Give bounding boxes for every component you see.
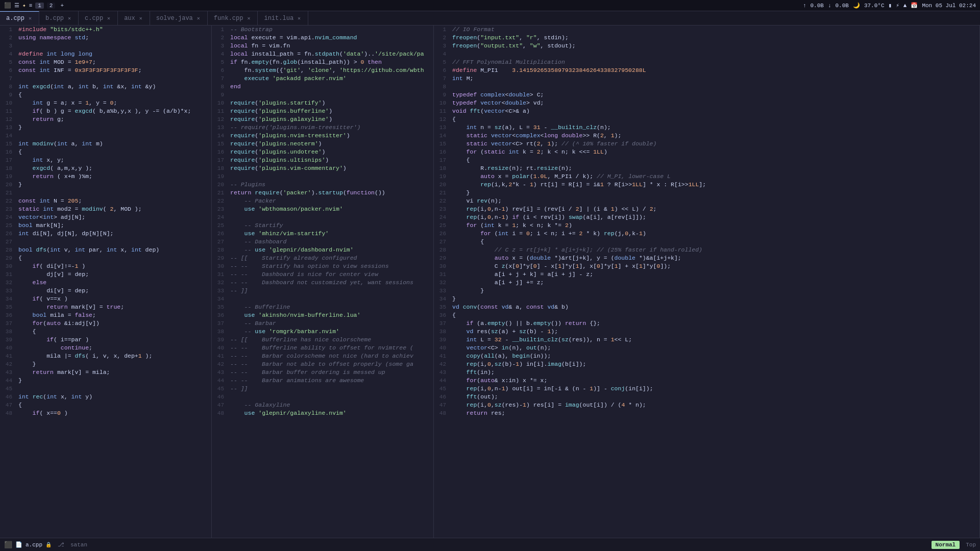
tab-aux-close[interactable]: ✕ <box>138 15 143 21</box>
tab-funk-cpp[interactable]: funk.cpp ✕ <box>208 11 258 25</box>
table-row: 20} <box>0 181 211 189</box>
table-row: 18require('plugins.vim-commentary') <box>212 164 433 172</box>
tab-init-lua[interactable]: init.lua ✕ <box>258 11 308 25</box>
tab-solve-java-label: solve.java <box>156 15 193 22</box>
tab-num-2[interactable]: 2 <box>47 3 56 9</box>
table-row: 43-- -- Barbar buffer ordering is messed… <box>212 368 433 377</box>
tab-a-cpp[interactable]: a.cpp ✕ <box>0 11 39 25</box>
network-out-icon: ↑ <box>803 3 806 9</box>
tab-a-cpp-close[interactable]: ✕ <box>28 15 33 21</box>
tab-init-lua-close[interactable]: ✕ <box>297 15 302 21</box>
table-row: 42-- -- Barbar not able to offset proper… <box>212 360 433 368</box>
panel-funk-cpp: 1// IO Format 2freopen("input.txt", "r",… <box>434 26 980 538</box>
table-row: 23 use 'wbthomason/packer.nvim' <box>212 205 433 213</box>
table-row: 47 rep(i,0,sz(res)-1) res[i] = imag(out[… <box>434 401 979 409</box>
topbar: ⬛ ☰ ✦ ≡ 1 2 + ↑ 0.0B ↓ 0.0B 🌙 37.0°C ▮ ⚡… <box>0 0 980 11</box>
new-tab-btn[interactable]: + <box>58 3 66 9</box>
table-row: 45 <box>0 385 211 393</box>
table-row: 22 vi rev(n); <box>434 197 979 205</box>
topbar-right: ↑ 0.0B ↓ 0.0B 🌙 37.0°C ▮ ⚡ ▲ 📅 Mon 05 Ju… <box>803 2 976 9</box>
menu-icon: ☰ <box>14 2 19 9</box>
table-row: 25 -- Startify <box>212 221 433 230</box>
table-row: 15int modinv(int a, int m) <box>0 140 211 148</box>
tab-b-cpp[interactable]: b.cpp ✕ <box>39 11 79 25</box>
table-row: 43 fft(in); <box>434 368 979 377</box>
table-row: 7 execute 'packadd packer.nvim' <box>212 74 433 83</box>
table-row: 1#include "bits/stdc++.h" <box>0 26 211 34</box>
table-row: 33 di[v] = dep; <box>0 287 211 295</box>
code-area-lua[interactable]: 1-- Bootstrap 2local execute = vim.api.n… <box>212 26 433 538</box>
table-row: 32-- -- Dashboard not customized yet, wa… <box>212 279 433 287</box>
table-row: 10typedef vector<double> vd; <box>434 99 979 107</box>
table-row: 19 <box>212 172 433 181</box>
table-row: 3freopen("output.txt", "w", stdout); <box>434 42 979 50</box>
table-row: 32 a[i + j] += z; <box>434 279 979 287</box>
tab-funk-cpp-close[interactable]: ✕ <box>246 15 251 21</box>
table-row: 15require('plugins.neoterm') <box>212 140 433 148</box>
table-row: 40 vector<C> in(n), out(n); <box>434 344 979 352</box>
table-row: 1// IO Format <box>434 26 979 34</box>
table-row: 28 // C z = rt[j+k] * a[i+j+k]; // (25% … <box>434 246 979 254</box>
table-row: 4#define int long long <box>0 50 211 58</box>
table-row: 25bool mark[N]; <box>0 221 211 230</box>
moon-icon: 🌙 <box>853 2 860 9</box>
tab-solve-java-close[interactable]: ✕ <box>196 15 201 21</box>
table-row: 39 if( i==par ) <box>0 336 211 344</box>
code-area-a-cpp[interactable]: 1#include "bits/stdc++.h" 2using namespa… <box>0 26 211 538</box>
table-row: 48 use 'glepnir/galaxyline.nvim' <box>212 409 433 417</box>
table-row: 21return require('packer').startup(funct… <box>212 189 433 197</box>
panel-lua: 1-- Bootstrap 2local execute = vim.api.n… <box>212 26 434 538</box>
table-row: 37 -- Barbar <box>212 319 433 328</box>
tab-aux[interactable]: aux ✕ <box>118 11 150 25</box>
table-row: 36{ <box>434 311 979 319</box>
tabbar: a.cpp ✕ b.cpp ✕ c.cpp ✕ aux ✕ solve.java… <box>0 11 980 26</box>
table-row: 17require('plugins.ultisnips') <box>212 156 433 164</box>
table-row: 17 { <box>434 156 979 164</box>
network-in-value: 0.0B <box>836 3 849 9</box>
table-row: 11 if( b ) g = exgcd( b,a%b,y,x ), y -= … <box>0 107 211 115</box>
tab-c-cpp-label: c.cpp <box>85 15 103 22</box>
table-row: 34 <box>212 295 433 303</box>
table-row: 20-- Plugins <box>212 181 433 189</box>
table-row: 46 fft(out); <box>434 393 979 401</box>
table-row: 41 copy(all(a), begin(in)); <box>434 352 979 360</box>
tab-b-cpp-close[interactable]: ✕ <box>67 15 72 21</box>
battery-icon2: ⚡ <box>896 2 899 9</box>
tab-a-cpp-label: a.cpp <box>6 15 24 22</box>
table-row: 5if fn.empty(fn.glob(install_path)) > 0 … <box>212 58 433 66</box>
table-row: 4local install_path = fn.stdpath('data')… <box>212 50 433 58</box>
table-row: 34 if( v==x ) <box>0 295 211 303</box>
table-row: 11require('plugins.bufferline') <box>212 107 433 115</box>
table-row: 26int di[N], dj[N], dp[N][N]; <box>0 230 211 238</box>
code-area-funk-cpp[interactable]: 1// IO Format 2freopen("input.txt", "r",… <box>434 26 979 538</box>
table-row: 31-- -- Dashboard is nice for center vie… <box>212 270 433 279</box>
vim-icon: ⬛ <box>4 541 12 549</box>
table-row: 44 for(auto& x:in) x *= x; <box>434 377 979 385</box>
tab-c-cpp-close[interactable]: ✕ <box>106 15 111 21</box>
table-row: 4 <box>434 50 979 58</box>
table-row: 48 return res; <box>434 409 979 417</box>
table-row: 13 int n = sz(a), L = 31 - __builtin_clz… <box>434 123 979 132</box>
tab-solve-java[interactable]: solve.java ✕ <box>150 11 208 25</box>
table-row: 30 if( di[v]!=-1 ) <box>0 262 211 270</box>
tab-num-1[interactable]: 1 <box>35 3 44 9</box>
git-branch: satan <box>70 542 87 548</box>
network-out-value: 0.0B <box>810 3 823 9</box>
tab-c-cpp[interactable]: c.cpp ✕ <box>79 11 118 25</box>
table-row: 36 bool mila = false; <box>0 311 211 319</box>
table-row: 3 <box>0 42 211 50</box>
table-row: 28bool dfs(int v, int par, int x, int de… <box>0 246 211 254</box>
table-row: 14 static vector<complex<long double>> R… <box>434 132 979 140</box>
table-row: 47{ <box>0 401 211 409</box>
table-row: 10require('plugins.startify') <box>212 99 433 107</box>
table-row: 42 rep(i,0,sz(b)-1) in[i].imag(b[i]); <box>434 360 979 368</box>
pin-icon: ✦ <box>22 2 26 9</box>
table-row: 16 for (static int k = 2; k < n; k <<= 1… <box>434 148 979 156</box>
table-row: 11void fft(vector<C>& a) <box>434 107 979 115</box>
table-row: 8 <box>434 83 979 91</box>
table-row: 40 continue; <box>0 344 211 352</box>
table-row: 12 return g; <box>0 115 211 123</box>
table-row: 13} <box>0 123 211 132</box>
table-row: 8end <box>212 83 433 91</box>
table-row: 41 mila |= dfs( i, v, x, dep+1 ); <box>0 352 211 360</box>
